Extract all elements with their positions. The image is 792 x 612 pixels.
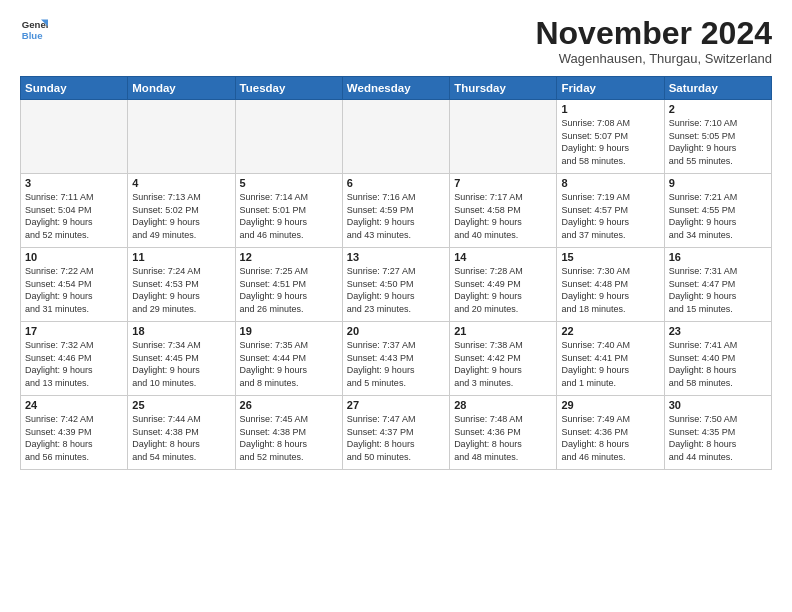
table-row [235, 100, 342, 174]
day-info: Sunrise: 7:42 AM Sunset: 4:39 PM Dayligh… [25, 413, 123, 463]
day-number: 28 [454, 399, 552, 411]
day-number: 16 [669, 251, 767, 263]
table-row: 6Sunrise: 7:16 AM Sunset: 4:59 PM Daylig… [342, 174, 449, 248]
table-row: 12Sunrise: 7:25 AM Sunset: 4:51 PM Dayli… [235, 248, 342, 322]
day-number: 11 [132, 251, 230, 263]
day-info: Sunrise: 7:11 AM Sunset: 5:04 PM Dayligh… [25, 191, 123, 241]
table-row: 14Sunrise: 7:28 AM Sunset: 4:49 PM Dayli… [450, 248, 557, 322]
day-info: Sunrise: 7:37 AM Sunset: 4:43 PM Dayligh… [347, 339, 445, 389]
table-row: 8Sunrise: 7:19 AM Sunset: 4:57 PM Daylig… [557, 174, 664, 248]
col-friday: Friday [557, 77, 664, 100]
day-info: Sunrise: 7:49 AM Sunset: 4:36 PM Dayligh… [561, 413, 659, 463]
day-number: 2 [669, 103, 767, 115]
day-number: 9 [669, 177, 767, 189]
day-info: Sunrise: 7:48 AM Sunset: 4:36 PM Dayligh… [454, 413, 552, 463]
day-number: 23 [669, 325, 767, 337]
col-thursday: Thursday [450, 77, 557, 100]
table-row: 22Sunrise: 7:40 AM Sunset: 4:41 PM Dayli… [557, 322, 664, 396]
table-row: 21Sunrise: 7:38 AM Sunset: 4:42 PM Dayli… [450, 322, 557, 396]
day-info: Sunrise: 7:16 AM Sunset: 4:59 PM Dayligh… [347, 191, 445, 241]
day-info: Sunrise: 7:21 AM Sunset: 4:55 PM Dayligh… [669, 191, 767, 241]
day-number: 24 [25, 399, 123, 411]
col-sunday: Sunday [21, 77, 128, 100]
day-info: Sunrise: 7:34 AM Sunset: 4:45 PM Dayligh… [132, 339, 230, 389]
day-info: Sunrise: 7:35 AM Sunset: 4:44 PM Dayligh… [240, 339, 338, 389]
table-row [450, 100, 557, 174]
day-number: 22 [561, 325, 659, 337]
day-number: 18 [132, 325, 230, 337]
col-wednesday: Wednesday [342, 77, 449, 100]
table-row: 17Sunrise: 7:32 AM Sunset: 4:46 PM Dayli… [21, 322, 128, 396]
day-info: Sunrise: 7:47 AM Sunset: 4:37 PM Dayligh… [347, 413, 445, 463]
day-number: 6 [347, 177, 445, 189]
day-info: Sunrise: 7:17 AM Sunset: 4:58 PM Dayligh… [454, 191, 552, 241]
day-number: 29 [561, 399, 659, 411]
table-row: 26Sunrise: 7:45 AM Sunset: 4:38 PM Dayli… [235, 396, 342, 470]
day-number: 7 [454, 177, 552, 189]
table-row: 7Sunrise: 7:17 AM Sunset: 4:58 PM Daylig… [450, 174, 557, 248]
day-number: 19 [240, 325, 338, 337]
day-info: Sunrise: 7:25 AM Sunset: 4:51 PM Dayligh… [240, 265, 338, 315]
day-info: Sunrise: 7:14 AM Sunset: 5:01 PM Dayligh… [240, 191, 338, 241]
table-row [342, 100, 449, 174]
day-info: Sunrise: 7:40 AM Sunset: 4:41 PM Dayligh… [561, 339, 659, 389]
day-info: Sunrise: 7:32 AM Sunset: 4:46 PM Dayligh… [25, 339, 123, 389]
logo: General Blue [20, 16, 48, 44]
day-number: 20 [347, 325, 445, 337]
day-number: 26 [240, 399, 338, 411]
day-info: Sunrise: 7:38 AM Sunset: 4:42 PM Dayligh… [454, 339, 552, 389]
day-number: 8 [561, 177, 659, 189]
day-info: Sunrise: 7:28 AM Sunset: 4:49 PM Dayligh… [454, 265, 552, 315]
svg-text:Blue: Blue [22, 30, 43, 41]
day-info: Sunrise: 7:22 AM Sunset: 4:54 PM Dayligh… [25, 265, 123, 315]
day-info: Sunrise: 7:50 AM Sunset: 4:35 PM Dayligh… [669, 413, 767, 463]
col-tuesday: Tuesday [235, 77, 342, 100]
logo-icon: General Blue [20, 16, 48, 44]
day-number: 17 [25, 325, 123, 337]
title-block: November 2024 Wagenhausen, Thurgau, Swit… [535, 16, 772, 66]
day-info: Sunrise: 7:13 AM Sunset: 5:02 PM Dayligh… [132, 191, 230, 241]
day-info: Sunrise: 7:24 AM Sunset: 4:53 PM Dayligh… [132, 265, 230, 315]
table-row: 25Sunrise: 7:44 AM Sunset: 4:38 PM Dayli… [128, 396, 235, 470]
table-row: 11Sunrise: 7:24 AM Sunset: 4:53 PM Dayli… [128, 248, 235, 322]
table-row: 27Sunrise: 7:47 AM Sunset: 4:37 PM Dayli… [342, 396, 449, 470]
day-number: 15 [561, 251, 659, 263]
col-saturday: Saturday [664, 77, 771, 100]
table-row: 3Sunrise: 7:11 AM Sunset: 5:04 PM Daylig… [21, 174, 128, 248]
table-row: 10Sunrise: 7:22 AM Sunset: 4:54 PM Dayli… [21, 248, 128, 322]
day-number: 14 [454, 251, 552, 263]
day-info: Sunrise: 7:27 AM Sunset: 4:50 PM Dayligh… [347, 265, 445, 315]
day-number: 3 [25, 177, 123, 189]
table-row: 15Sunrise: 7:30 AM Sunset: 4:48 PM Dayli… [557, 248, 664, 322]
table-row: 24Sunrise: 7:42 AM Sunset: 4:39 PM Dayli… [21, 396, 128, 470]
page-container: General Blue November 2024 Wagenhausen, … [0, 0, 792, 480]
table-row: 9Sunrise: 7:21 AM Sunset: 4:55 PM Daylig… [664, 174, 771, 248]
col-monday: Monday [128, 77, 235, 100]
day-info: Sunrise: 7:30 AM Sunset: 4:48 PM Dayligh… [561, 265, 659, 315]
table-row: 13Sunrise: 7:27 AM Sunset: 4:50 PM Dayli… [342, 248, 449, 322]
table-row: 20Sunrise: 7:37 AM Sunset: 4:43 PM Dayli… [342, 322, 449, 396]
day-number: 5 [240, 177, 338, 189]
table-row [21, 100, 128, 174]
table-row: 30Sunrise: 7:50 AM Sunset: 4:35 PM Dayli… [664, 396, 771, 470]
day-number: 25 [132, 399, 230, 411]
day-number: 1 [561, 103, 659, 115]
calendar-table: Sunday Monday Tuesday Wednesday Thursday… [20, 76, 772, 470]
table-row: 5Sunrise: 7:14 AM Sunset: 5:01 PM Daylig… [235, 174, 342, 248]
table-row: 16Sunrise: 7:31 AM Sunset: 4:47 PM Dayli… [664, 248, 771, 322]
table-row [128, 100, 235, 174]
table-row: 19Sunrise: 7:35 AM Sunset: 4:44 PM Dayli… [235, 322, 342, 396]
day-number: 27 [347, 399, 445, 411]
table-row: 4Sunrise: 7:13 AM Sunset: 5:02 PM Daylig… [128, 174, 235, 248]
day-info: Sunrise: 7:31 AM Sunset: 4:47 PM Dayligh… [669, 265, 767, 315]
day-info: Sunrise: 7:10 AM Sunset: 5:05 PM Dayligh… [669, 117, 767, 167]
table-row: 2Sunrise: 7:10 AM Sunset: 5:05 PM Daylig… [664, 100, 771, 174]
table-row: 28Sunrise: 7:48 AM Sunset: 4:36 PM Dayli… [450, 396, 557, 470]
day-info: Sunrise: 7:41 AM Sunset: 4:40 PM Dayligh… [669, 339, 767, 389]
day-number: 13 [347, 251, 445, 263]
day-info: Sunrise: 7:08 AM Sunset: 5:07 PM Dayligh… [561, 117, 659, 167]
day-info: Sunrise: 7:45 AM Sunset: 4:38 PM Dayligh… [240, 413, 338, 463]
month-title: November 2024 [535, 16, 772, 51]
day-info: Sunrise: 7:44 AM Sunset: 4:38 PM Dayligh… [132, 413, 230, 463]
day-number: 10 [25, 251, 123, 263]
